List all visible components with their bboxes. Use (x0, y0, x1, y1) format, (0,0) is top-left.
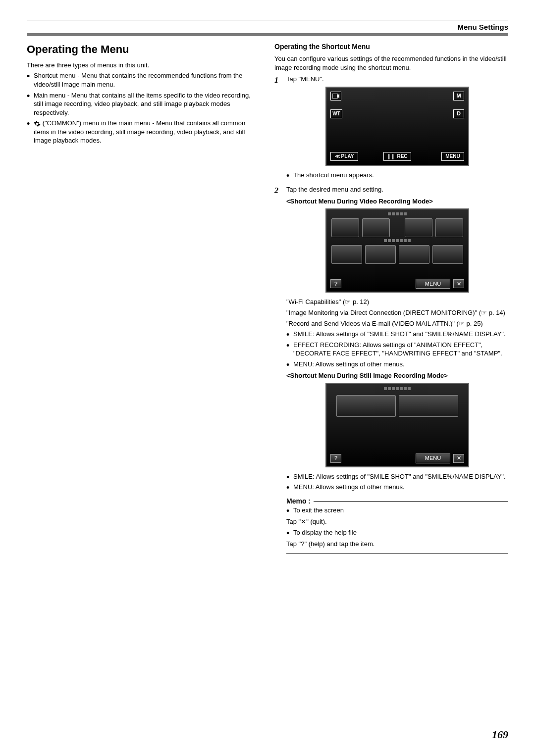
help-icon: ? (330, 454, 341, 463)
close-icon: ✕ (453, 279, 464, 288)
camera-screen-main: WT M D ≪PLAY ❙❙REC MENU (325, 87, 469, 166)
right-column: Operating the Shortcut Menu You can conf… (274, 42, 508, 556)
memo-heading: Memo : (286, 497, 508, 506)
memo-exit-bullet: To exit the screen (286, 506, 508, 515)
section-title: Operating the Menu (27, 42, 261, 57)
memo-help-bullet: To display the help file (286, 528, 508, 537)
m-icon: M (453, 92, 464, 101)
subsection-title: Operating the Shortcut Menu (274, 42, 508, 51)
header-section-label: Menu Settings (27, 22, 508, 32)
close-icon: ✕ (453, 454, 464, 463)
header-thick-rule (27, 33, 508, 36)
ref-direct-monitoring: "Image Monitoring via Direct Connection … (286, 308, 508, 317)
video-mode-heading: <Shortcut Menu During Video Recording Mo… (286, 197, 508, 206)
video-bullet-effect: EFFECT RECORDING: Allows settings of "AN… (286, 341, 508, 358)
video-bullet-menu: MENU: Allows settings of other menus. (286, 360, 508, 369)
still-bullet-menu: MENU: Allows settings of other menus. (286, 483, 508, 492)
svg-rect-0 (332, 94, 337, 99)
shortcut-screen-video: ? MENU ✕ (325, 208, 469, 293)
bullet-common-menu-text: ("COMMON") menu in the main menu - Menu … (34, 119, 245, 144)
bullet-main-menu: Main menu - Menu that contains all the i… (27, 91, 261, 117)
top-rule (27, 20, 508, 20)
step-2-text: Tap the desired menu and setting. (286, 185, 508, 194)
step-1-note: The shortcut menu appears. (286, 171, 508, 180)
grid-menu-button: MENU (416, 454, 450, 463)
memo-help-line: Tap "?" (help) and tap the item. (286, 540, 508, 549)
step-2-number: 2 (274, 185, 281, 554)
left-column: Operating the Menu There are three types… (27, 42, 261, 556)
rec-button: ❙❙REC (383, 152, 411, 161)
step-1-number: 1 (274, 75, 281, 182)
page-number: 169 (492, 727, 508, 742)
subsection-intro: You can configure various settings of th… (274, 54, 508, 72)
ref-video-mail: "Record and Send Videos via E-mail (VIDE… (286, 319, 508, 328)
shortcut-screen-still: ? MENU ✕ (325, 383, 469, 467)
play-button: ≪PLAY (330, 152, 358, 161)
video-bullet-smile: SMILE: Allows settings of "SMILE SHOT" a… (286, 330, 508, 339)
grid-menu-button: MENU (416, 279, 450, 289)
bullet-shortcut-menu: Shortcut menu - Menu that contains the r… (27, 71, 261, 89)
video-mode-icon (330, 92, 341, 101)
menu-button: MENU (441, 152, 464, 161)
d-icon: D (453, 109, 464, 118)
ref-wifi: "Wi-Fi Capabilities" (☞ p. 12) (286, 298, 508, 306)
still-bullet-smile: SMILE: Allows settings of "SMILE SHOT" a… (286, 472, 508, 481)
intro-paragraph: There are three types of menus in this u… (27, 61, 261, 70)
bullet-common-menu: ("COMMON") menu in the main menu - Menu … (27, 119, 261, 145)
still-mode-heading: <Shortcut Menu During Still Image Record… (286, 371, 508, 380)
gear-icon (34, 120, 41, 127)
zoom-wt-icon: WT (330, 109, 342, 118)
memo-exit-line: Tap "✕" (quit). (286, 517, 508, 526)
step-1-text: Tap "MENU". (286, 75, 508, 84)
help-icon: ? (330, 279, 341, 288)
